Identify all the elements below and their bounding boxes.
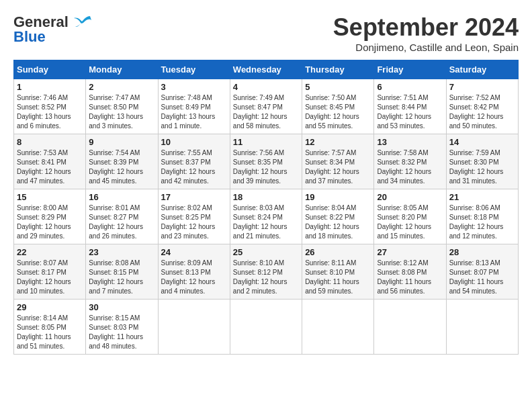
table-row: 11 Sunrise: 7:56 AM Sunset: 8:35 PM Dayl… (230, 134, 302, 189)
day-info: Sunrise: 8:12 AM Sunset: 8:08 PM Dayligh… (377, 259, 443, 296)
day-number: 4 (233, 82, 299, 92)
day-info: Sunrise: 8:04 AM Sunset: 8:22 PM Dayligh… (305, 203, 371, 241)
table-row: 10 Sunrise: 7:55 AM Sunset: 8:37 PM Dayl… (158, 134, 230, 189)
table-row: 1 Sunrise: 7:46 AM Sunset: 8:52 PM Dayli… (14, 79, 86, 134)
day-info: Sunrise: 7:52 AM Sunset: 8:42 PM Dayligh… (449, 93, 515, 131)
day-number: 1 (17, 82, 83, 92)
day-number: 8 (17, 137, 83, 147)
day-number: 28 (449, 247, 515, 257)
table-row: 4 Sunrise: 7:49 AM Sunset: 8:47 PM Dayli… (230, 79, 302, 134)
calendar-row: 15 Sunrise: 8:00 AM Sunset: 8:29 PM Dayl… (14, 189, 519, 244)
calendar-row: 29 Sunrise: 8:14 AM Sunset: 8:05 PM Dayl… (14, 300, 519, 355)
table-row: 14 Sunrise: 7:59 AM Sunset: 8:30 PM Dayl… (446, 134, 518, 189)
table-row: 7 Sunrise: 7:52 AM Sunset: 8:42 PM Dayli… (446, 79, 518, 134)
day-info: Sunrise: 7:55 AM Sunset: 8:37 PM Dayligh… (161, 148, 227, 186)
header-monday: Monday (86, 60, 158, 79)
calendar-row: 1 Sunrise: 7:46 AM Sunset: 8:52 PM Dayli… (14, 79, 519, 134)
day-info: Sunrise: 8:01 AM Sunset: 8:27 PM Dayligh… (89, 203, 154, 241)
day-number: 5 (305, 82, 371, 92)
table-row: 17 Sunrise: 8:02 AM Sunset: 8:25 PM Dayl… (158, 189, 230, 244)
table-row: 20 Sunrise: 8:05 AM Sunset: 8:20 PM Dayl… (374, 189, 446, 244)
table-row: 29 Sunrise: 8:14 AM Sunset: 8:05 PM Dayl… (14, 300, 86, 355)
month-title: September 2024 (333, 13, 519, 42)
day-number: 6 (377, 82, 443, 92)
day-number: 17 (161, 192, 227, 202)
day-info: Sunrise: 8:09 AM Sunset: 8:13 PM Dayligh… (161, 259, 227, 296)
day-number: 7 (449, 82, 515, 92)
table-row: 26 Sunrise: 8:11 AM Sunset: 8:10 PM Dayl… (302, 244, 374, 300)
day-number: 11 (233, 137, 299, 147)
table-row: 24 Sunrise: 8:09 AM Sunset: 8:13 PM Dayl… (158, 244, 230, 300)
page-header: General Blue September 2024 Donjimeno, C… (13, 13, 519, 53)
logo: General Blue (13, 13, 93, 46)
day-number: 18 (233, 192, 299, 202)
day-info: Sunrise: 8:14 AM Sunset: 8:05 PM Dayligh… (17, 314, 83, 351)
day-info: Sunrise: 7:50 AM Sunset: 8:45 PM Dayligh… (305, 93, 371, 131)
table-row: 27 Sunrise: 8:12 AM Sunset: 8:08 PM Dayl… (374, 244, 446, 300)
day-info: Sunrise: 7:53 AM Sunset: 8:41 PM Dayligh… (17, 148, 83, 186)
day-number: 27 (377, 247, 443, 257)
day-info: Sunrise: 7:54 AM Sunset: 8:39 PM Dayligh… (89, 148, 154, 186)
day-number: 25 (233, 247, 299, 257)
header-friday: Friday (374, 60, 446, 79)
day-number: 24 (161, 247, 227, 257)
day-info: Sunrise: 7:47 AM Sunset: 8:50 PM Dayligh… (89, 93, 154, 131)
table-row: 23 Sunrise: 8:08 AM Sunset: 8:15 PM Dayl… (86, 244, 158, 300)
table-row (230, 300, 302, 355)
day-number: 21 (449, 192, 515, 202)
day-info: Sunrise: 7:48 AM Sunset: 8:49 PM Dayligh… (161, 93, 227, 131)
day-number: 15 (17, 192, 83, 202)
day-number: 29 (17, 302, 83, 312)
header-saturday: Saturday (446, 60, 518, 79)
day-info: Sunrise: 8:07 AM Sunset: 8:17 PM Dayligh… (17, 259, 83, 296)
table-row: 2 Sunrise: 7:47 AM Sunset: 8:50 PM Dayli… (86, 79, 158, 134)
table-row: 30 Sunrise: 8:15 AM Sunset: 8:03 PM Dayl… (86, 300, 158, 355)
day-number: 3 (161, 82, 227, 92)
day-info: Sunrise: 7:59 AM Sunset: 8:30 PM Dayligh… (449, 148, 515, 186)
day-info: Sunrise: 7:51 AM Sunset: 8:44 PM Dayligh… (377, 93, 443, 131)
table-row: 13 Sunrise: 7:58 AM Sunset: 8:32 PM Dayl… (374, 134, 446, 189)
day-info: Sunrise: 8:10 AM Sunset: 8:12 PM Dayligh… (233, 259, 299, 296)
header-sunday: Sunday (14, 60, 86, 79)
table-row: 9 Sunrise: 7:54 AM Sunset: 8:39 PM Dayli… (86, 134, 158, 189)
day-number: 19 (305, 192, 371, 202)
day-number: 9 (89, 137, 154, 147)
table-row: 25 Sunrise: 8:10 AM Sunset: 8:12 PM Dayl… (230, 244, 302, 300)
table-row: 21 Sunrise: 8:06 AM Sunset: 8:18 PM Dayl… (446, 189, 518, 244)
logo-bird-icon (71, 15, 93, 30)
day-info: Sunrise: 8:11 AM Sunset: 8:10 PM Dayligh… (305, 259, 371, 296)
day-info: Sunrise: 8:06 AM Sunset: 8:18 PM Dayligh… (449, 203, 515, 241)
table-row (446, 300, 518, 355)
table-row: 16 Sunrise: 8:01 AM Sunset: 8:27 PM Dayl… (86, 189, 158, 244)
table-row: 15 Sunrise: 8:00 AM Sunset: 8:29 PM Dayl… (14, 189, 86, 244)
day-info: Sunrise: 7:57 AM Sunset: 8:34 PM Dayligh… (305, 148, 371, 186)
header-tuesday: Tuesday (158, 60, 230, 79)
table-row: 18 Sunrise: 8:03 AM Sunset: 8:24 PM Dayl… (230, 189, 302, 244)
day-number: 22 (17, 247, 83, 257)
day-info: Sunrise: 8:00 AM Sunset: 8:29 PM Dayligh… (17, 203, 83, 241)
logo-blue: Blue (13, 28, 46, 46)
day-number: 13 (377, 137, 443, 147)
day-info: Sunrise: 8:02 AM Sunset: 8:25 PM Dayligh… (161, 203, 227, 241)
day-number: 12 (305, 137, 371, 147)
day-number: 20 (377, 192, 443, 202)
day-number: 2 (89, 82, 154, 92)
header-thursday: Thursday (302, 60, 374, 79)
title-section: September 2024 Donjimeno, Castille and L… (333, 13, 519, 53)
table-row (158, 300, 230, 355)
weekday-header-row: Sunday Monday Tuesday Wednesday Thursday… (14, 60, 519, 79)
day-info: Sunrise: 7:49 AM Sunset: 8:47 PM Dayligh… (233, 93, 299, 131)
table-row: 6 Sunrise: 7:51 AM Sunset: 8:44 PM Dayli… (374, 79, 446, 134)
table-row: 22 Sunrise: 8:07 AM Sunset: 8:17 PM Dayl… (14, 244, 86, 300)
day-info: Sunrise: 7:58 AM Sunset: 8:32 PM Dayligh… (377, 148, 443, 186)
table-row: 19 Sunrise: 8:04 AM Sunset: 8:22 PM Dayl… (302, 189, 374, 244)
day-number: 14 (449, 137, 515, 147)
table-row (374, 300, 446, 355)
day-info: Sunrise: 8:08 AM Sunset: 8:15 PM Dayligh… (89, 259, 154, 296)
location-subtitle: Donjimeno, Castille and Leon, Spain (333, 42, 519, 53)
calendar-row: 8 Sunrise: 7:53 AM Sunset: 8:41 PM Dayli… (14, 134, 519, 189)
day-number: 10 (161, 137, 227, 147)
day-info: Sunrise: 8:03 AM Sunset: 8:24 PM Dayligh… (233, 203, 299, 241)
day-number: 30 (89, 302, 154, 312)
table-row (302, 300, 374, 355)
